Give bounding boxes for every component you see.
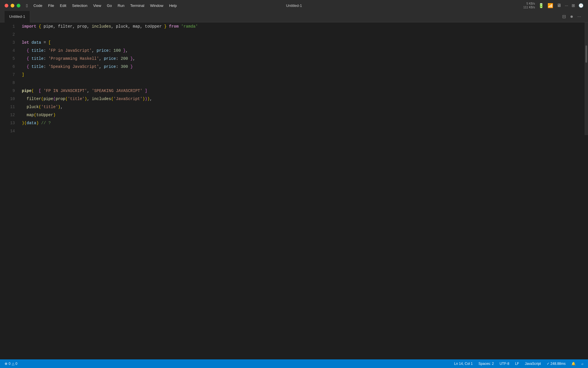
line-num-14: 14: [10, 127, 15, 135]
menu-file[interactable]: File: [46, 3, 57, 8]
line-number-row: 11: [2, 103, 15, 111]
code-line-10: filter ( pipe ( prop ( 'title' ) , inclu…: [22, 95, 580, 103]
more-actions-icon[interactable]: ···: [577, 14, 581, 19]
line-number-row: 1: [2, 22, 15, 30]
line-number-row: 7: [2, 71, 15, 79]
warning-count: 0: [16, 362, 18, 366]
line-num-3: 3: [13, 39, 15, 47]
search-feedback-icon[interactable]: ⌕: [581, 362, 583, 366]
line-num-11: 11: [10, 103, 15, 111]
line-num-12: 12: [10, 111, 15, 119]
line-number-row: 2: [2, 30, 15, 39]
code-line-3: let data = [: [22, 39, 580, 47]
titlebar:  Code File Edit Selection View Go Run T…: [0, 0, 588, 11]
code-editor[interactable]: import { pipe, filter, prop, includes , …: [17, 22, 585, 135]
scrollbar-track[interactable]: [585, 22, 588, 135]
battery-icon: 🔋: [538, 3, 544, 8]
line-num-10: 10: [10, 95, 15, 103]
status-left: ⊗ 0 △ 0: [5, 362, 17, 366]
line-number-row: 8: [2, 79, 15, 87]
code-line-8: [22, 79, 580, 87]
menu-help[interactable]: Help: [167, 3, 179, 8]
code-line-12: map ( toUpper ): [22, 111, 580, 119]
line-num-7: 7: [13, 71, 15, 79]
editor-main: Untitled-1 ⊟ ··· 1 2 3 4 5: [0, 11, 588, 135]
scrollbar-thumb[interactable]: [585, 45, 587, 63]
menu-window[interactable]: Window: [148, 3, 166, 8]
line-num-8: 8: [13, 79, 15, 87]
wifi-icon: 📶: [548, 3, 553, 8]
code-line-13: ) ( data ) // ?: [22, 119, 580, 127]
error-icon: ⊗: [5, 362, 7, 366]
error-count: 0: [9, 362, 11, 366]
timing: ✓ 248.88ms: [547, 362, 566, 366]
line-numbers: 1 2 3 4 5 6 7 8: [0, 22, 17, 135]
line-num-5: 5: [13, 55, 15, 63]
status-right: Ln 14, Col 1 Spaces: 2 UTF-8 LF JavaScri…: [454, 362, 583, 366]
tab-label: Untitled-1: [9, 14, 25, 19]
tab-bar: Untitled-1 ⊟ ···: [0, 11, 588, 22]
code-line-9: pipe ( [ 'FP IN JAVASCRIPT' , 'SPEAKING …: [22, 87, 580, 95]
time-icon: 🕐: [579, 3, 583, 8]
menu-go[interactable]: Go: [105, 3, 114, 8]
traffic-lights: [5, 4, 20, 7]
indentation[interactable]: Spaces: 2: [479, 362, 494, 366]
controlcenter-icon: ⊞: [572, 3, 575, 8]
line-number-row: 9: [2, 87, 15, 95]
line-number-row: 5: [2, 55, 15, 63]
encoding[interactable]: UTF-8: [500, 362, 509, 366]
line-number-row: 3: [2, 39, 15, 47]
eol[interactable]: LF: [515, 362, 519, 366]
cursor-position[interactable]: Ln 14, Col 1: [454, 362, 473, 366]
line-number-row: 13: [2, 119, 15, 127]
code-line-5: { title : 'Programming Haskell' , price …: [22, 55, 580, 63]
line-number-row: 6: [2, 63, 15, 71]
minimize-button[interactable]: [11, 4, 14, 7]
line-num-1: 1: [13, 22, 15, 30]
line-number-row: 4: [2, 47, 15, 55]
line-number-row: 10: [2, 95, 15, 103]
menu-bar:  Code File Edit Selection View Go Run T…: [26, 3, 179, 8]
maximize-button[interactable]: [17, 4, 20, 7]
line-num-13: 13: [10, 119, 15, 127]
tab-icon-buttons: ⊟ ···: [562, 14, 583, 19]
notification-icon[interactable]: 🔔: [571, 362, 576, 366]
finder-icon: 🖥: [557, 3, 561, 8]
language-mode[interactable]: JavaScript: [525, 362, 541, 366]
menu-run[interactable]: Run: [115, 3, 127, 8]
errors-status[interactable]: ⊗ 0 △ 0: [5, 362, 17, 366]
code-line-11: pluck ( 'title' ) ,: [22, 103, 580, 111]
editor-body: 1 2 3 4 5 6 7 8: [0, 22, 588, 135]
menu-edit[interactable]: Edit: [58, 3, 69, 8]
menu-view[interactable]: View: [91, 3, 103, 8]
line-num-9: 9: [13, 87, 15, 95]
line-num-4: 4: [13, 47, 15, 55]
line-num-2: 2: [13, 30, 15, 39]
code-line-14: [22, 127, 580, 135]
split-editor-icon[interactable]: ⊟: [562, 14, 566, 19]
editor-tab[interactable]: Untitled-1: [5, 11, 30, 22]
line-number-row: 12: [2, 111, 15, 119]
close-button[interactable]: [5, 4, 8, 7]
apple-logo-icon: : [26, 3, 28, 8]
line-num-6: 6: [13, 63, 15, 71]
warning-icon: △: [12, 362, 14, 366]
menu-code[interactable]: Code: [31, 3, 45, 8]
titlebar-left:  Code File Edit Selection View Go Run T…: [5, 3, 179, 8]
code-line-6: { title : 'Speaking JavaScript' , price …: [22, 63, 580, 71]
tab-dot: [570, 16, 573, 18]
titlebar-right: 5 KB/s 111 KB/s 🔋 📶 🖥 ··· ⊞ 🕐: [523, 2, 583, 9]
more-icon: ···: [565, 3, 568, 8]
window-title: Untitled-1: [286, 3, 302, 8]
code-line-1: import { pipe, filter, prop, includes , …: [22, 22, 580, 30]
code-line-2: [22, 30, 580, 39]
keyword-import: import: [22, 22, 36, 30]
menu-selection[interactable]: Selection: [70, 3, 90, 8]
network-info: 5 KB/s 111 KB/s: [523, 2, 535, 9]
line-number-row: 14: [2, 127, 15, 135]
code-line-7: ]: [22, 71, 580, 79]
status-bar: ⊗ 0 △ 0 Ln 14, Col 1 Spaces: 2 UTF-8 LF …: [0, 359, 588, 368]
menu-terminal[interactable]: Terminal: [128, 3, 147, 8]
code-line-4: { title : 'FP in JavaScript' , price : 1…: [22, 47, 580, 55]
